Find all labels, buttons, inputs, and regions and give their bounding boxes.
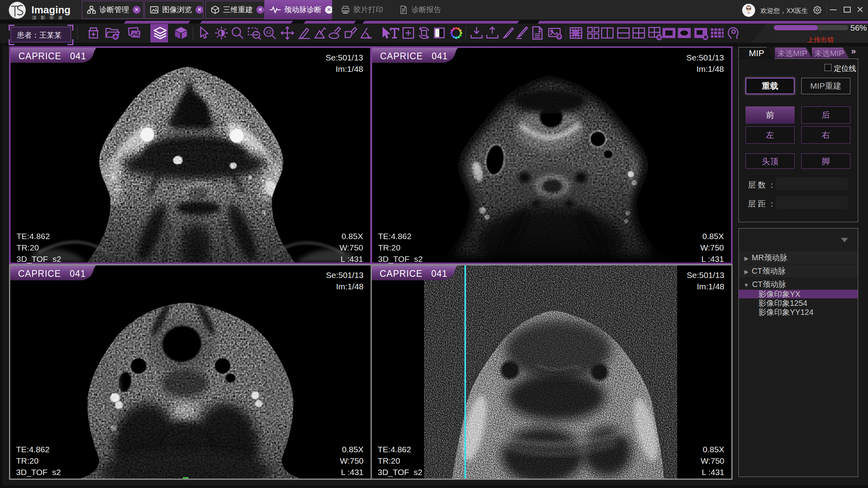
svg-text:x2: x2 [266, 29, 272, 35]
